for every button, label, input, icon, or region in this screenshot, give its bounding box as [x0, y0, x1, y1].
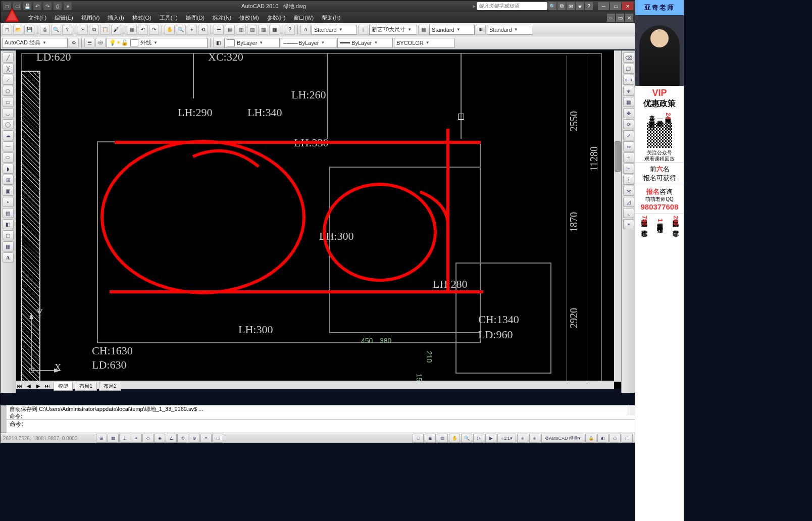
promo-qr-note: 关注公众号观看课程回放: [635, 150, 684, 162]
promo-panel: 亚奇老师 VIP 优惠政策 直播＋回放（可看5年） 在线一对一辅导 学费最高可分…: [635, 0, 684, 521]
promo-offers: 现在预定全套课程立享780元优惠 现在报名立享讲师1年学习指导 现在报名高级课程…: [635, 213, 684, 228]
promo-photo: [635, 15, 684, 86]
promo-qq: 980377608: [636, 202, 683, 211]
promo-policy: 优惠政策: [635, 98, 684, 109]
promo-col2: 在线一对一辅导: [656, 111, 663, 121]
promo-vip: VIP: [635, 88, 684, 98]
promo-consult: 报名咨询: [636, 187, 683, 196]
promo-teacher: 萌萌老师QQ: [636, 196, 683, 202]
promo-signup: 报名可获得: [636, 174, 683, 183]
promo-col1: 直播＋回放（可看5年）: [648, 111, 655, 121]
promo-qr: [647, 123, 672, 148]
promo-header: 亚奇老师: [635, 0, 684, 15]
promo-top6: 前六名: [636, 165, 683, 174]
promo-col3: 学费最高可分24期: [664, 111, 671, 121]
